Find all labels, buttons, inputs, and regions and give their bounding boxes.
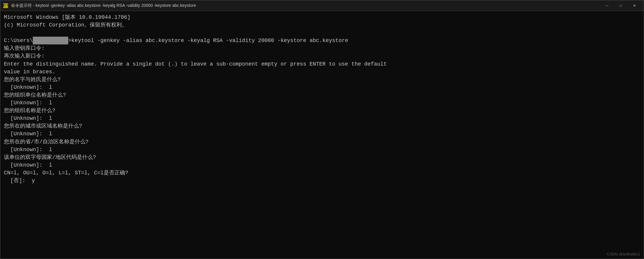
terminal-line: [Unknown]: l [4, 114, 640, 122]
terminal-line: [Unknown]: l [4, 99, 640, 107]
terminal-line: 再次输入新口令: [4, 52, 640, 60]
watermark: CSDN @iedbetter1 [607, 252, 640, 256]
terminal-line: value in braces. [4, 68, 640, 76]
terminal-line: 您的组织单位名称是什么? [4, 91, 640, 99]
terminal-line: [否]: y [4, 177, 640, 184]
minimize-button[interactable]: ─ [600, 0, 614, 11]
terminal-line: [Unknown]: l [4, 83, 640, 91]
cmd-icon: C:\ [3, 3, 9, 9]
cmd-window: C:\ 命令提示符 - keytool -genkey -alias abc.k… [0, 0, 644, 259]
window-controls: ─ □ ✕ [600, 0, 641, 11]
terminal-line: 您所在的城市或区域名称是什么? [4, 122, 640, 130]
terminal-line [4, 29, 640, 37]
title-bar: C:\ 命令提示符 - keytool -genkey -alias abc.k… [0, 0, 644, 11]
terminal-line: (c) Microsoft Corporation。保留所有权利。 [4, 21, 640, 29]
terminal-line: 输入密钥库口令: [4, 44, 640, 52]
terminal-line: Enter the distinguished name. Provide a … [4, 60, 640, 68]
terminal-body: Microsoft Windows [版本 10.0.19044.1706] (… [0, 11, 644, 259]
maximize-button[interactable]: □ [614, 0, 628, 11]
window-title: 命令提示符 - keytool -genkey -alias abc.keyst… [11, 3, 600, 8]
terminal-line: 您所在的省/市/自治区名称是什么? [4, 138, 640, 146]
redacted-username [33, 37, 68, 44]
terminal-line: 您的名字与姓氏是什么? [4, 76, 640, 83]
terminal-line: [Unknown]: l [4, 130, 640, 138]
terminal-line: CN=l, OU=l, O=l, L=l, ST=l, C=l是否正确? [4, 169, 640, 177]
terminal-line: Microsoft Windows [版本 10.0.19044.1706] [4, 13, 640, 21]
terminal-line: [Unknown]: l [4, 146, 640, 153]
terminal-line: 该单位的双字母国家/地区代码是什么? [4, 153, 640, 161]
terminal-line: 您的组织名称是什么? [4, 107, 640, 114]
terminal-line: [Unknown]: l [4, 161, 640, 169]
terminal-line: C:\Users\ >keytool -genkey -alias abc.ke… [4, 37, 640, 44]
close-button[interactable]: ✕ [628, 0, 641, 11]
